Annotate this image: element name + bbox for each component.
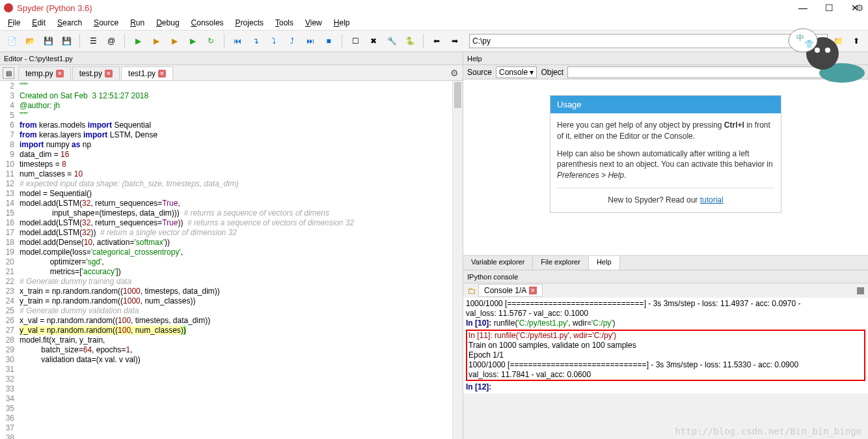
- editor-tab-test1-py[interactable]: test1.py✕: [121, 66, 173, 80]
- source-combo[interactable]: Console ▾: [496, 66, 537, 78]
- editor-scrollbar[interactable]: [452, 81, 463, 439]
- run-cell-advance-icon[interactable]: ▶: [167, 33, 182, 49]
- debug-step-icon[interactable]: ⏮: [230, 33, 245, 49]
- menu-help[interactable]: Help: [329, 17, 355, 29]
- svg-text:👕: 👕: [804, 39, 814, 49]
- code-editor[interactable]: 2345678910111213141516171819202122232425…: [0, 81, 463, 439]
- console-tab[interactable]: Console 1/A✕: [478, 284, 543, 297]
- python-icon[interactable]: 🐍: [402, 33, 418, 49]
- svg-point-2: [815, 48, 820, 53]
- titlebar: Spyder (Python 3.6) — ☐ ✕: [0, 0, 868, 16]
- open-file-icon[interactable]: 📂: [22, 33, 38, 49]
- debug-out-icon[interactable]: ⤴: [284, 33, 300, 49]
- menu-debug[interactable]: Debug: [151, 17, 184, 29]
- tool2-icon[interactable]: ✖: [366, 33, 381, 49]
- usage-p2: Help can also be shown automatically aft…: [557, 149, 774, 181]
- help-body: Usage Here you can get help of any objec…: [463, 79, 868, 255]
- close-tab-icon[interactable]: ✕: [105, 70, 113, 78]
- console-options-icon[interactable]: [857, 287, 864, 294]
- debug-over-icon[interactable]: ⤵: [266, 33, 282, 49]
- editor-gear-icon[interactable]: ⚙: [450, 68, 459, 78]
- menu-consoles[interactable]: Consoles: [186, 17, 229, 29]
- editor-tab-test-py[interactable]: test.py✕: [72, 66, 120, 80]
- close-button[interactable]: ✕: [842, 0, 868, 16]
- maximize-button[interactable]: ☐: [816, 0, 842, 16]
- close-console-icon[interactable]: ✕: [529, 287, 537, 294]
- tool3-icon[interactable]: 🔧: [384, 33, 400, 49]
- close-tab-icon[interactable]: ✕: [56, 70, 64, 78]
- menu-file[interactable]: File: [3, 17, 25, 29]
- menu-view[interactable]: View: [300, 17, 327, 29]
- rerun-icon[interactable]: ↻: [203, 33, 219, 49]
- menu-source[interactable]: Source: [88, 17, 124, 29]
- tabs-list-icon[interactable]: ▤: [3, 67, 14, 79]
- help-pane-tabs: Variable explorerFile explorerHelp: [463, 255, 868, 270]
- minimize-button[interactable]: —: [790, 0, 816, 16]
- menu-run[interactable]: Run: [125, 17, 150, 29]
- usage-p1: Here you can get help of any object by p…: [557, 120, 774, 142]
- at-icon[interactable]: @: [103, 33, 119, 49]
- console-folder-icon[interactable]: 🗀: [467, 286, 476, 296]
- debug-stop-icon[interactable]: ■: [321, 33, 336, 49]
- pane-tab-help[interactable]: Help: [589, 256, 620, 270]
- svg-point-3: [825, 48, 830, 53]
- working-dir-input[interactable]: C:\py▾: [469, 34, 828, 48]
- window-title: Spyder (Python 3.6): [17, 3, 92, 13]
- debug-into-icon[interactable]: ↴: [248, 33, 264, 49]
- editor-tab-temp-py[interactable]: temp.py✕: [18, 66, 71, 80]
- list-icon[interactable]: ☰: [85, 33, 101, 49]
- mascot-icon: 中👕: [777, 21, 868, 86]
- menu-edit[interactable]: Edit: [27, 17, 51, 29]
- menu-tools[interactable]: Tools: [270, 17, 299, 29]
- run-cell-icon[interactable]: ▶: [148, 33, 164, 49]
- debug-continue-icon[interactable]: ⏭: [303, 33, 318, 49]
- usage-header: Usage: [550, 96, 781, 113]
- pane-tab-variable-explorer[interactable]: Variable explorer: [463, 256, 533, 270]
- console-output[interactable]: 1000/1000 [=============================…: [463, 298, 868, 393]
- editor-pane-title: Editor - C:\py\test1.py: [0, 52, 463, 65]
- nav-fwd-icon[interactable]: ➡: [447, 33, 463, 49]
- gear-icon[interactable]: ⚙: [856, 3, 864, 13]
- source-label: Source: [467, 68, 492, 77]
- menu-projects[interactable]: Projects: [230, 17, 269, 29]
- close-tab-icon[interactable]: ✕: [158, 70, 166, 78]
- editor-tabs: ▤ temp.py✕test.py✕test1.py✕⚙: [0, 65, 463, 81]
- nav-back-icon[interactable]: ⬅: [429, 33, 444, 49]
- tool1-icon[interactable]: ☐: [347, 33, 363, 49]
- svg-text:中: 中: [796, 33, 804, 42]
- usage-p3: New to Spyder? Read our tutorial: [557, 195, 774, 206]
- menu-search[interactable]: Search: [52, 17, 87, 29]
- run-icon[interactable]: ▶: [130, 33, 146, 49]
- save-all-icon[interactable]: 💾: [59, 33, 74, 49]
- spyder-logo-icon: [4, 3, 13, 12]
- tutorial-link[interactable]: tutorial: [700, 195, 724, 205]
- save-icon[interactable]: 💾: [40, 33, 56, 49]
- new-file-icon[interactable]: 📄: [4, 33, 20, 49]
- menubar: FileEditSearchSourceRunDebugConsolesProj…: [0, 16, 868, 30]
- run-selection-icon[interactable]: ▶: [185, 33, 200, 49]
- pane-tab-file-explorer[interactable]: File explorer: [533, 256, 589, 270]
- object-label: Object: [541, 68, 563, 77]
- console-title: IPython console: [463, 270, 868, 283]
- toolbar: 📄 📂 💾 💾 ☰ @ ▶ ▶ ▶ ▶ ↻ ⏮ ↴ ⤵ ⤴ ⏭ ■ ☐ ✖ 🔧 …: [0, 30, 868, 52]
